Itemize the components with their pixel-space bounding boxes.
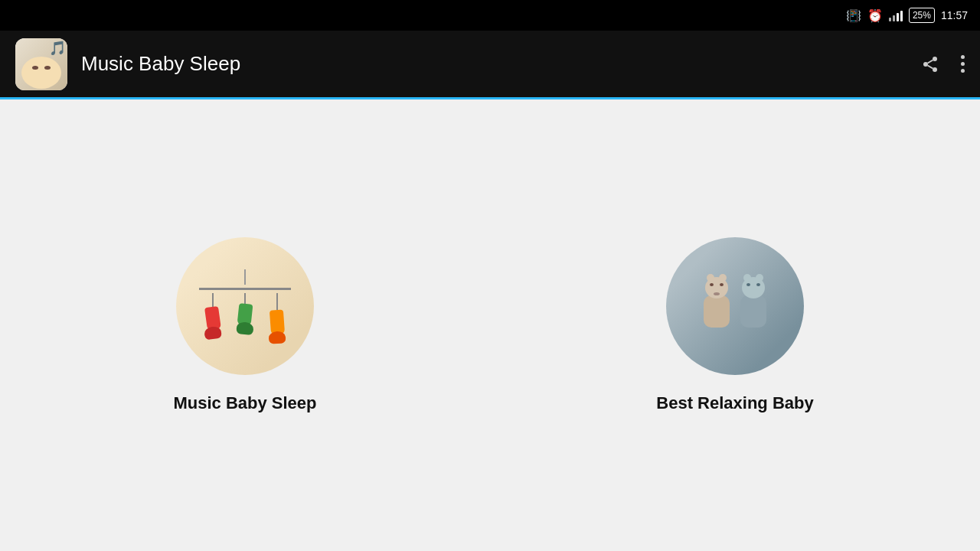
share-button[interactable] bbox=[921, 55, 939, 73]
app-icon: 🎵 bbox=[15, 38, 67, 90]
category-image-toys bbox=[176, 237, 314, 375]
status-bar: 📳 ⏰ 25% 11:57 bbox=[0, 0, 980, 31]
status-icons: 📳 ⏰ 25% 11:57 bbox=[846, 8, 968, 23]
category-music-baby-sleep[interactable]: Music Baby Sleep bbox=[0, 237, 490, 413]
category-label-best-relaxing-baby: Best Relaxing Baby bbox=[656, 393, 813, 413]
category-best-relaxing-baby[interactable]: Best Relaxing Baby bbox=[490, 237, 980, 413]
svg-line-3 bbox=[928, 65, 933, 68]
svg-point-1 bbox=[923, 62, 928, 67]
alarm-icon: ⏰ bbox=[867, 8, 883, 23]
svg-line-4 bbox=[928, 60, 933, 63]
app-bar-actions bbox=[921, 55, 965, 73]
svg-point-2 bbox=[933, 67, 937, 72]
category-label-music-baby-sleep: Music Baby Sleep bbox=[173, 393, 316, 413]
vibrate-icon: 📳 bbox=[846, 8, 861, 23]
battery-icon: 25% bbox=[909, 8, 935, 23]
svg-point-0 bbox=[933, 57, 937, 61]
more-options-button[interactable] bbox=[961, 55, 965, 73]
music-note-icon: 🎵 bbox=[49, 40, 66, 57]
main-content: Music Baby Sleep bbox=[0, 99, 980, 551]
app-bar: 🎵 Music Baby Sleep bbox=[0, 31, 980, 99]
signal-icon bbox=[889, 9, 903, 21]
app-title: Music Baby Sleep bbox=[81, 52, 240, 76]
category-image-bears bbox=[666, 237, 804, 375]
status-time: 11:57 bbox=[941, 9, 968, 21]
